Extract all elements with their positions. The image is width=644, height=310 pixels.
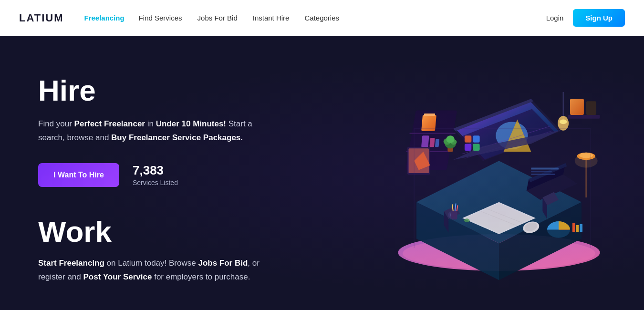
nav-link-jobs-for-bid[interactable]: Jobs For Bid bbox=[197, 14, 238, 22]
svg-rect-19 bbox=[531, 168, 559, 170]
isometric-scene bbox=[380, 55, 618, 294]
svg-rect-67 bbox=[451, 211, 457, 219]
svg-point-66 bbox=[464, 218, 470, 222]
work-title: Work bbox=[38, 216, 354, 248]
svg-point-48 bbox=[447, 135, 455, 143]
svg-rect-51 bbox=[435, 139, 439, 147]
svg-rect-61 bbox=[586, 101, 596, 115]
work-desc-bold2: Jobs For Bid bbox=[198, 258, 248, 268]
nav-link-instant-hire[interactable]: Instant Hire bbox=[253, 14, 290, 22]
svg-rect-21 bbox=[531, 174, 555, 175]
svg-rect-38 bbox=[580, 224, 582, 232]
nav-links: Find Services Jobs For Bid Instant Hire … bbox=[139, 14, 546, 22]
hire-desc-bold1: Perfect Freelancer bbox=[74, 119, 145, 128]
services-stats: 7,383 Services Listed bbox=[133, 163, 178, 186]
hero-section: Hire Find your Perfect Freelancer in Und… bbox=[0, 36, 644, 310]
svg-rect-50 bbox=[430, 138, 435, 147]
svg-point-55 bbox=[575, 154, 598, 168]
navbar: LATIUM Freelancing Find Services Jobs Fo… bbox=[0, 0, 644, 36]
nav-divider bbox=[78, 11, 78, 25]
nav-link-categories[interactable]: Categories bbox=[304, 14, 339, 22]
hire-desc-bold2: Under 10 Minutes! bbox=[156, 119, 226, 128]
svg-rect-43 bbox=[424, 114, 435, 116]
work-description: Start Freelancing on Latium today! Brows… bbox=[38, 257, 272, 284]
hire-desc-bold3: Buy Freelancer Service Packages. bbox=[111, 133, 243, 142]
signup-button[interactable]: Sign Up bbox=[573, 9, 625, 27]
svg-rect-60 bbox=[570, 99, 584, 115]
svg-rect-59 bbox=[568, 115, 600, 119]
work-desc-bold1: Start Freelancing bbox=[38, 258, 104, 268]
logo: LATIUM bbox=[19, 12, 63, 24]
svg-rect-49 bbox=[421, 135, 429, 147]
nav-link-find-services[interactable]: Find Services bbox=[139, 14, 182, 22]
svg-rect-76 bbox=[465, 135, 471, 142]
login-button[interactable]: Login bbox=[546, 14, 564, 22]
nav-actions: Login Sign Up bbox=[546, 9, 625, 27]
svg-rect-78 bbox=[465, 144, 471, 151]
svg-point-58 bbox=[560, 120, 567, 124]
i-want-to-hire-button[interactable]: I Want To Hire bbox=[38, 163, 119, 187]
work-desc-bold3: Post Your Service bbox=[83, 272, 152, 281]
services-label: Services Listed bbox=[133, 179, 178, 186]
svg-rect-37 bbox=[576, 225, 579, 232]
hire-description: Find your Perfect Freelancer in Under 10… bbox=[38, 117, 272, 145]
hire-cta-row: I Want To Hire 7,383 Services Listed bbox=[38, 163, 354, 187]
hero-content: Hire Find your Perfect Freelancer in Und… bbox=[0, 36, 354, 310]
svg-rect-20 bbox=[531, 171, 552, 172]
svg-rect-79 bbox=[473, 144, 479, 151]
svg-rect-36 bbox=[572, 223, 575, 232]
hero-illustration bbox=[354, 36, 644, 310]
hire-title: Hire bbox=[38, 74, 354, 107]
logo-text: LATIUM bbox=[19, 12, 63, 24]
svg-rect-77 bbox=[473, 135, 479, 142]
services-count: 7,383 bbox=[133, 163, 178, 178]
nav-freelancing-label[interactable]: Freelancing bbox=[84, 14, 124, 22]
